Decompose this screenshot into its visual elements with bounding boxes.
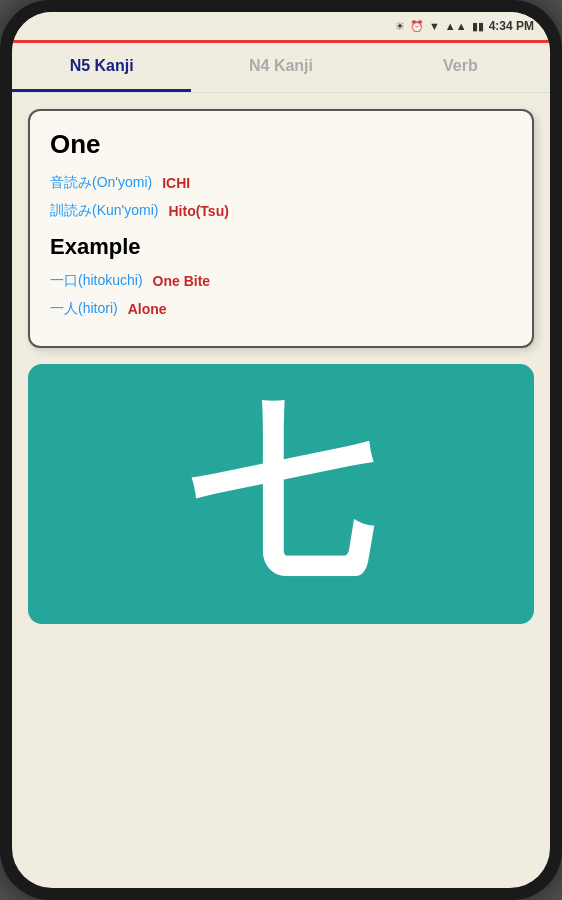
- example-row-1: 一人(hitori) Alone: [50, 300, 512, 318]
- kanji-title: One: [50, 129, 512, 160]
- wifi-icon: ▼: [429, 20, 440, 32]
- kunyomi-value: Hito(Tsu): [168, 203, 228, 219]
- examples-title: Example: [50, 234, 512, 260]
- tab-verb[interactable]: Verb: [371, 43, 550, 92]
- status-time: 4:34 PM: [489, 19, 534, 33]
- example-1-english: Alone: [128, 301, 167, 317]
- info-card: One 音読み(On'yomi) ICHI 訓読み(Kun'yomi) Hito…: [28, 109, 534, 348]
- status-icons: ☀ ⏰ ▼ ▲▲ ▮▮ 4:34 PM: [395, 19, 534, 33]
- signal-icon: ▲▲: [445, 20, 467, 32]
- brightness-icon: ☀: [395, 20, 405, 33]
- kanji-character: 七: [191, 404, 371, 584]
- example-row-0: 一口(hitokuchi) One Bite: [50, 272, 512, 290]
- example-0-english: One Bite: [153, 273, 211, 289]
- example-1-japanese: 一人(hitori): [50, 300, 118, 318]
- example-0-japanese: 一口(hitokuchi): [50, 272, 143, 290]
- tab-n4-kanji[interactable]: N4 Kanji: [191, 43, 370, 92]
- alarm-icon: ⏰: [410, 20, 424, 33]
- main-content: One 音読み(On'yomi) ICHI 訓読み(Kun'yomi) Hito…: [12, 93, 550, 888]
- tab-n5-kanji[interactable]: N5 Kanji: [12, 43, 191, 92]
- onyomi-label: 音読み(On'yomi): [50, 174, 152, 192]
- kunyomi-row: 訓読み(Kun'yomi) Hito(Tsu): [50, 202, 512, 220]
- status-bar: ☀ ⏰ ▼ ▲▲ ▮▮ 4:34 PM: [12, 12, 550, 40]
- tab-bar: N5 Kanji N4 Kanji Verb: [12, 43, 550, 93]
- kanji-display-card[interactable]: 七: [28, 364, 534, 624]
- phone-screen: ☀ ⏰ ▼ ▲▲ ▮▮ 4:34 PM N5 Kanji N4 Kanji Ve…: [12, 12, 550, 888]
- onyomi-value: ICHI: [162, 175, 190, 191]
- onyomi-row: 音読み(On'yomi) ICHI: [50, 174, 512, 192]
- battery-icon: ▮▮: [472, 20, 484, 33]
- phone-shell: ☀ ⏰ ▼ ▲▲ ▮▮ 4:34 PM N5 Kanji N4 Kanji Ve…: [0, 0, 562, 900]
- kunyomi-label: 訓読み(Kun'yomi): [50, 202, 158, 220]
